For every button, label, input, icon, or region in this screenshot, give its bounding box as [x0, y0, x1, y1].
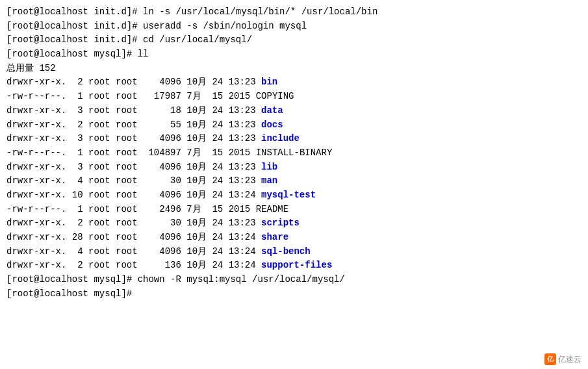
filename: INSTALL-BINARY [256, 147, 333, 158]
line-prefix: drwxr-xr-x. 2 root root 136 10月 24 13:24 [6, 260, 261, 270]
filename: data [261, 105, 283, 116]
line-prefix: drwxr-xr-x. 10 root root 4096 10月 24 13:… [6, 190, 261, 200]
terminal-line: [root@localhost mysql]# ll [6, 47, 582, 62]
line-prefix: -rw-r--r--. 1 root root 2496 7月 15 2015 [6, 204, 256, 214]
watermark: 亿 亿速云 [544, 353, 582, 365]
terminal-window: [root@localhost init.d]# ln -s /usr/loca… [0, 0, 588, 369]
terminal-line: [root@localhost mysql]# chown -R mysql:m… [6, 273, 582, 287]
watermark-text: 亿速云 [558, 354, 582, 365]
filename: README [256, 204, 288, 214]
terminal-line: -rw-r--r--. 1 root root 17987 7月 15 2015… [6, 90, 582, 104]
terminal-line: drwxr-xr-x. 2 root root 30 10月 24 13:23 … [6, 216, 582, 231]
filename: mysql-test [261, 190, 316, 200]
line-prefix: drwxr-xr-x. 3 root root 4096 10月 24 13:2… [6, 133, 261, 144]
line-prefix: drwxr-xr-x. 2 root root 30 10月 24 13:23 [6, 218, 261, 228]
watermark-icon: 亿 [544, 353, 556, 365]
line-prefix: drwxr-xr-x. 3 root root 18 10月 24 13:23 [6, 105, 261, 116]
terminal-line: drwxr-xr-x. 10 root root 4096 10月 24 13:… [6, 188, 582, 203]
terminal-line: [root@localhost init.d]# ln -s /usr/loca… [6, 5, 582, 19]
filename: include [261, 133, 300, 144]
line-prefix: drwxr-xr-x. 2 root root 55 10月 24 13:23 [6, 120, 261, 130]
terminal-line: drwxr-xr-x. 2 root root 136 10月 24 13:24… [6, 259, 582, 273]
filename: lib [261, 162, 277, 172]
terminal-line: [root@localhost init.d]# useradd -s /sbi… [6, 19, 582, 34]
line-prefix: drwxr-xr-x. 3 root root 4096 10月 24 13:2… [6, 162, 261, 172]
terminal-line: drwxr-xr-x. 28 root root 4096 10月 24 13:… [6, 231, 582, 245]
terminal-line: drwxr-xr-x. 3 root root 4096 10月 24 13:2… [6, 132, 582, 146]
terminal-line: drwxr-xr-x. 2 root root 4096 10月 24 13:2… [6, 75, 582, 90]
line-prefix: -rw-r--r--. 1 root root 17987 7月 15 2015 [6, 91, 256, 101]
terminal-line: [root@localhost init.d]# cd /usr/local/m… [6, 33, 582, 47]
filename: sql-bench [261, 246, 311, 257]
terminal-line: drwxr-xr-x. 4 root root 4096 10月 24 13:2… [6, 245, 582, 259]
terminal-line: drwxr-xr-x. 4 root root 30 10月 24 13:23 … [6, 174, 582, 188]
filename: support-files [261, 260, 332, 270]
line-prefix: drwxr-xr-x. 4 root root 30 10月 24 13:23 [6, 175, 261, 186]
terminal-line: -rw-r--r--. 1 root root 2496 7月 15 2015 … [6, 203, 582, 217]
filename: man [261, 175, 277, 186]
line-prefix: -rw-r--r--. 1 root root 104897 7月 15 201… [6, 147, 256, 158]
line-prefix: drwxr-xr-x. 4 root root 4096 10月 24 13:2… [6, 246, 261, 257]
filename: bin [261, 77, 277, 87]
filename: docs [261, 120, 283, 130]
terminal-line: 总用量 152 [6, 62, 582, 76]
terminal-line: drwxr-xr-x. 3 root root 4096 10月 24 13:2… [6, 160, 582, 175]
filename: share [261, 232, 288, 242]
terminal-line: -rw-r--r--. 1 root root 104897 7月 15 201… [6, 146, 582, 160]
line-prefix: drwxr-xr-x. 28 root root 4096 10月 24 13:… [6, 232, 261, 242]
terminal-line: drwxr-xr-x. 3 root root 18 10月 24 13:23 … [6, 104, 582, 118]
terminal-line: [root@localhost mysql]# [6, 287, 582, 301]
filename: scripts [261, 218, 300, 228]
line-prefix: drwxr-xr-x. 2 root root 4096 10月 24 13:2… [6, 77, 261, 87]
terminal-line: drwxr-xr-x. 2 root root 55 10月 24 13:23 … [6, 118, 582, 133]
filename: COPYING [256, 91, 294, 101]
